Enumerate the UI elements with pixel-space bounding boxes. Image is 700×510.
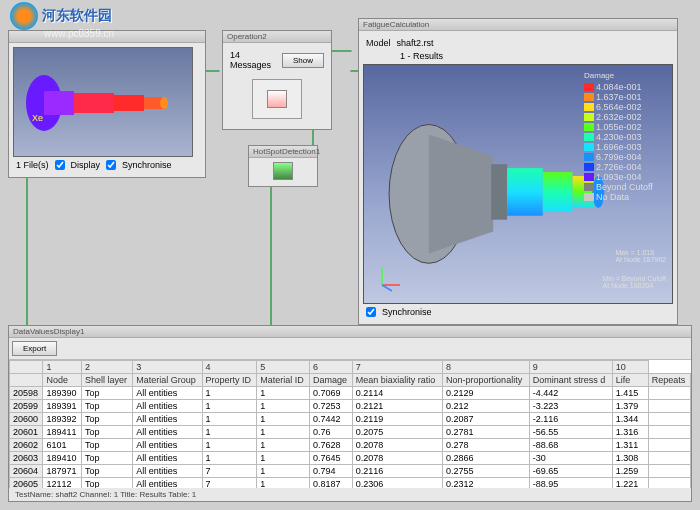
data-table-panel: DataValuesDisplay1 Export 12345678910 No… — [8, 325, 692, 502]
results-label: 1 - Results — [400, 51, 443, 61]
export-button[interactable]: Export — [12, 341, 57, 356]
legend-row: 6.564e-002 — [584, 102, 666, 112]
operation-icon-box[interactable] — [252, 79, 302, 119]
legend-row: No Data — [584, 192, 666, 202]
legend-row: 2.726e-004 — [584, 162, 666, 172]
svg-rect-3 — [114, 95, 144, 111]
show-button[interactable]: Show — [282, 53, 324, 68]
model-label: Model — [366, 38, 391, 48]
legend-row: 1.055e-002 — [584, 122, 666, 132]
svg-rect-9 — [507, 168, 543, 216]
thumbnail-panel: Xe 1 File(s) Display Synchronise — [8, 30, 206, 178]
legend-row: 6.799e-004 — [584, 152, 666, 162]
file-count: 1 File(s) — [16, 160, 49, 170]
wire — [270, 180, 272, 330]
table-row[interactable]: 206026101TopAll entities110.76280.20780.… — [10, 439, 691, 452]
hotspot-title: HotSpotDetection1 — [249, 146, 317, 158]
legend-title: Damage — [584, 71, 666, 80]
svg-rect-10 — [543, 172, 573, 212]
wire — [26, 170, 28, 330]
shaft-preview-icon: Xe — [24, 73, 174, 133]
svg-rect-2 — [74, 93, 114, 113]
table-scroll[interactable]: 12345678910 NodeShell layerMaterial Grou… — [9, 360, 691, 488]
legend-row: 4.084e-001 — [584, 82, 666, 92]
sync-label: Synchronise — [122, 160, 172, 170]
results-table[interactable]: 12345678910 NodeShell layerMaterial Grou… — [9, 360, 691, 488]
table-row[interactable]: 20603189410TopAll entities110.76450.2078… — [10, 452, 691, 465]
run-icon — [267, 90, 287, 108]
model-value: shaft2.rst — [397, 38, 434, 48]
color-legend: Damage 4.084e-0011.637e-0016.564e-0022.6… — [584, 71, 666, 202]
svg-line-15 — [382, 285, 392, 291]
watermark-text: 河东软件园 — [42, 7, 112, 25]
svg-point-5 — [160, 97, 168, 109]
workspace-canvas[interactable]: 河东软件园 www.pc0359.cn Xe 1 File(s) — [0, 0, 700, 510]
messages-count: 14 Messages — [230, 50, 276, 70]
logo-icon — [10, 2, 38, 30]
viewer-sync-checkbox[interactable] — [366, 307, 376, 317]
display-checkbox[interactable] — [55, 160, 65, 170]
table-row[interactable]: 20601189411TopAll entities110.760.20750.… — [10, 426, 691, 439]
table-row[interactable]: 20604187971TopAll entities710.7940.21160… — [10, 465, 691, 478]
max-info: Max = 1.018 At Node 187962 — [615, 249, 666, 263]
watermark-url: www.pc0359.cn — [44, 28, 114, 39]
legend-row: 1.093e-004 — [584, 172, 666, 182]
viewer-sync-label: Synchronise — [382, 307, 432, 317]
table-row[interactable]: 20600189392TopAll entities110.74420.2119… — [10, 413, 691, 426]
sync-checkbox[interactable] — [106, 160, 116, 170]
hotspot-node[interactable]: HotSpotDetection1 — [248, 145, 318, 187]
min-info: Min = Beyond Cutoff At Node 188204 — [603, 275, 667, 289]
operation-title: Operation2 — [223, 31, 331, 43]
table-row[interactable]: 2060512112TopAll entities710.81870.23060… — [10, 478, 691, 489]
status-bar: TestName: shaft2 Channel: 1 Title: Resul… — [9, 488, 691, 501]
table-title: DataValuesDisplay1 — [9, 326, 691, 338]
table-row[interactable]: 20598189390TopAll entities110.70690.2114… — [10, 387, 691, 400]
display-label: Display — [71, 160, 101, 170]
3d-viewport[interactable]: Damage 4.084e-0011.637e-0016.564e-0022.6… — [363, 64, 673, 304]
legend-row: 4.230e-003 — [584, 132, 666, 142]
axis-triad-icon — [374, 263, 404, 293]
table-row[interactable]: 20599189391TopAll entities110.72530.2121… — [10, 400, 691, 413]
svg-rect-8 — [491, 164, 507, 220]
viewer-title: FatigueCalculation — [359, 19, 677, 31]
thumbnail-3d-view[interactable]: Xe — [13, 47, 193, 157]
legend-row: Beyond Cutoff — [584, 182, 666, 192]
svg-text:Xe: Xe — [32, 113, 43, 123]
operation-node[interactable]: Operation2 14 Messages Show — [222, 30, 332, 130]
watermark: 河东软件园 — [10, 2, 112, 30]
legend-row: 1.637e-001 — [584, 92, 666, 102]
viewer-panel: FatigueCalculation Model shaft2.rst 1 - … — [358, 18, 678, 325]
legend-row: 2.632e-002 — [584, 112, 666, 122]
svg-rect-1 — [44, 91, 74, 115]
legend-row: 1.696e-003 — [584, 142, 666, 152]
hotspot-icon — [273, 162, 293, 180]
